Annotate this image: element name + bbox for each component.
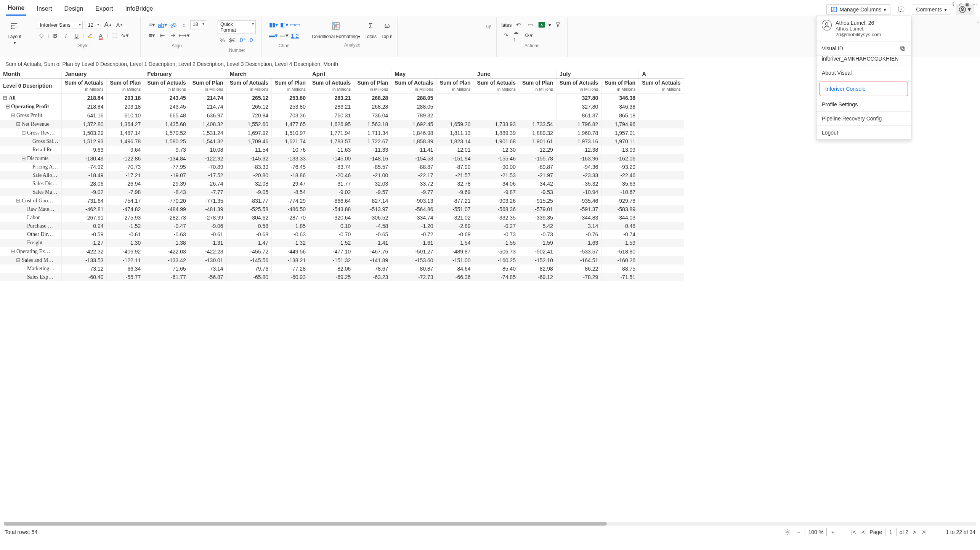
cell[interactable]: -321.02 <box>436 213 474 222</box>
cell[interactable]: -60.40 <box>62 273 107 281</box>
cell[interactable]: -70.73 <box>107 163 144 171</box>
halign-icon[interactable]: ≡▾ <box>148 31 157 40</box>
cell[interactable] <box>639 171 684 180</box>
cell[interactable]: 1,659.20 <box>436 120 474 128</box>
cell[interactable]: -564.86 <box>391 205 436 213</box>
cell[interactable]: -78.67 <box>354 265 391 273</box>
cell[interactable]: 1,889.32 <box>519 128 556 137</box>
cell[interactable] <box>639 102 684 111</box>
row-label[interactable]: Marketing… <box>0 265 62 273</box>
cell[interactable]: -22.46 <box>601 171 639 180</box>
reset-icon[interactable]: ▭ <box>526 20 535 29</box>
copy-icon[interactable] <box>900 45 906 51</box>
undo-icon[interactable]: ↶ <box>514 20 523 29</box>
cell[interactable] <box>639 128 684 137</box>
cell[interactable] <box>639 154 684 163</box>
table-row[interactable]: ⊟Operating Ex…-422.32-406.92-422.03-422.… <box>0 247 684 256</box>
month-col[interactable]: A <box>639 69 684 79</box>
prev-page-icon[interactable]: < <box>860 529 866 535</box>
cell[interactable]: -935.46 <box>556 196 601 205</box>
cell[interactable]: -133.33 <box>272 154 309 163</box>
popout-icon[interactable]: ▣ <box>965 2 969 7</box>
cell[interactable]: -1.54 <box>436 239 474 247</box>
cell[interactable]: 1,621.74 <box>272 137 309 146</box>
row-height-icon[interactable]: ↕ <box>180 20 189 29</box>
cell[interactable]: -0.65 <box>354 230 391 239</box>
measure-header[interactable]: Sum of Actualsin Millions <box>309 79 354 93</box>
cell[interactable]: -86.22 <box>556 265 601 273</box>
tab-insert[interactable]: Insert <box>35 4 53 15</box>
measure-header[interactable]: Sum of Planin Millions <box>519 79 556 93</box>
cell[interactable]: -1.32 <box>272 239 309 247</box>
expand-icon[interactable]: ⊟ <box>16 197 21 204</box>
measure-header[interactable]: Sum of Planin Millions <box>189 79 226 93</box>
cell[interactable]: -20.46 <box>309 171 354 180</box>
increase-indent-icon[interactable]: ⇥ <box>169 31 178 40</box>
cell[interactable]: -32.78 <box>436 180 474 188</box>
cell[interactable]: -9.73 <box>144 146 189 154</box>
cell[interactable]: -332.35 <box>474 213 519 222</box>
cell[interactable]: -287.70 <box>272 213 309 222</box>
tab-infobridge[interactable]: InfoBridge <box>124 4 155 15</box>
cell[interactable]: -11.54 <box>226 146 271 154</box>
cell[interactable]: 214.74 <box>189 102 226 111</box>
cell[interactable]: -422.03 <box>144 247 189 256</box>
font-color-icon[interactable]: A <box>96 31 105 40</box>
cell[interactable]: 1,811.13 <box>436 128 474 137</box>
cell[interactable]: -31.77 <box>309 180 354 188</box>
fill-color-icon[interactable] <box>85 31 95 40</box>
cell[interactable]: -2.89 <box>436 222 474 230</box>
cell[interactable]: 1,435.68 <box>144 120 189 128</box>
cell[interactable]: -85.40 <box>474 265 519 273</box>
orientation-icon[interactable]: ab <box>169 20 178 29</box>
cell[interactable]: 736.04 <box>354 111 391 120</box>
cell[interactable]: -591.37 <box>556 205 601 213</box>
cell[interactable]: -71.51 <box>601 273 639 281</box>
cell[interactable]: -89.87 <box>519 163 556 171</box>
row-label[interactable]: ⊟All <box>0 93 62 103</box>
cell[interactable]: -164.51 <box>556 256 601 265</box>
table-row[interactable]: Sales Ma…-9.02-7.98-8.43-7.77-9.05-8.54-… <box>0 188 684 196</box>
measure-header[interactable]: Sum of Planin Millions <box>601 79 639 93</box>
table-row[interactable]: Sale Allo…-18.49-17.21-19.07-17.52-20.80… <box>0 171 684 180</box>
cell[interactable]: -770.20 <box>144 196 189 205</box>
bullet-chart-icon[interactable]: ▭▾ <box>280 31 289 40</box>
cell[interactable]: 243.45 <box>144 102 189 111</box>
cell[interactable]: -7.98 <box>107 188 144 196</box>
cell[interactable]: -0.47 <box>144 222 189 230</box>
refresh-icon[interactable]: ⟳▾ <box>524 31 533 40</box>
month-col[interactable]: June <box>474 69 556 79</box>
cell[interactable]: -1.41 <box>354 239 391 247</box>
table-row[interactable]: Gross Sal…1,512.931,496.781,580.251,541.… <box>0 137 684 146</box>
cell[interactable]: 1,531.24 <box>189 128 226 137</box>
cell[interactable]: 1,709.46 <box>226 137 271 146</box>
merge-icon[interactable]: ⟷▾ <box>180 31 189 40</box>
cell[interactable]: -579.01 <box>519 205 556 213</box>
cell[interactable] <box>639 205 684 213</box>
table-row[interactable]: ⊟Operating Profit218.84203.18243.45214.7… <box>0 102 684 111</box>
decrease-font-icon[interactable]: A▼ <box>115 20 124 29</box>
cell[interactable]: -0.74 <box>601 230 639 239</box>
cell[interactable]: -501.27 <box>391 247 436 256</box>
cell[interactable]: -486.50 <box>272 205 309 213</box>
cell[interactable]: -9.57 <box>354 188 391 196</box>
row-label[interactable]: Retail Re… <box>0 146 62 154</box>
measure-header[interactable]: Sum of Planin Millions <box>107 79 144 93</box>
cell[interactable]: -9.63 <box>62 146 107 154</box>
cell[interactable]: 346.38 <box>601 102 639 111</box>
cell[interactable] <box>436 93 474 103</box>
cell[interactable]: -23.33 <box>556 171 601 180</box>
cell[interactable]: -56.87 <box>189 273 226 281</box>
measure-header[interactable]: Sum of Actualsin Millions <box>474 79 519 93</box>
focus-icon[interactable]: ⤢ <box>958 2 962 7</box>
cell[interactable]: -1.59 <box>601 239 639 247</box>
cell[interactable]: -831.77 <box>226 196 271 205</box>
cell[interactable]: 1,697.92 <box>226 128 271 137</box>
cell[interactable]: -85.57 <box>354 163 391 171</box>
cell[interactable]: -122.92 <box>189 154 226 163</box>
cell[interactable]: -278.99 <box>189 213 226 222</box>
cell[interactable]: 218.84 <box>62 102 107 111</box>
settings-gear-icon[interactable] <box>783 529 792 536</box>
pin-icon[interactable]: ⇪ <box>951 2 955 7</box>
cell[interactable]: -0.69 <box>436 230 474 239</box>
